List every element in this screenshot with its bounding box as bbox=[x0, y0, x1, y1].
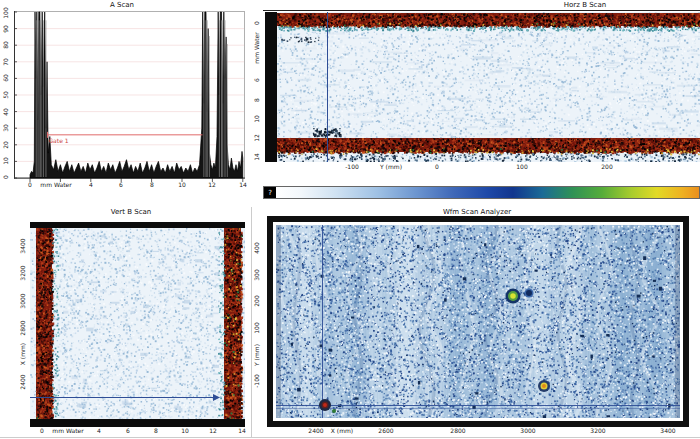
tick-label: mm Water bbox=[254, 32, 260, 63]
tick-label: 3000 bbox=[520, 428, 535, 434]
tick-label: 2800 bbox=[20, 320, 26, 335]
panel-divider bbox=[0, 437, 700, 438]
tick-label: 100 bbox=[254, 322, 260, 333]
tick-label: 8 bbox=[150, 182, 154, 188]
tick-label: 50 bbox=[3, 91, 9, 99]
tick-label: Y (mm) bbox=[380, 164, 402, 170]
wfm-scan-frame bbox=[267, 216, 689, 427]
tick-label: 6 bbox=[254, 78, 260, 82]
tick-label: 10 bbox=[181, 428, 189, 434]
colorbar-null-glyph: ? bbox=[268, 189, 272, 197]
tick-label: 400 bbox=[254, 242, 260, 253]
tick-label: 40 bbox=[3, 108, 9, 116]
tick-label: 0 bbox=[254, 21, 260, 25]
tick-label: 14 bbox=[238, 428, 246, 434]
tick-label: 3400 bbox=[660, 428, 675, 434]
tick-label: mm Water bbox=[40, 182, 71, 188]
tick-label: 6 bbox=[119, 182, 123, 188]
amplitude-colorbar: ? bbox=[263, 186, 700, 199]
tick-label: 14 bbox=[239, 182, 247, 188]
wfm-scan-title: Wfm Scan Analyzer bbox=[443, 208, 511, 216]
tick-label: 30 bbox=[3, 124, 9, 132]
tick-label: X (mm) bbox=[331, 428, 353, 434]
tick-label: 10 bbox=[254, 115, 260, 123]
tick-label: 20 bbox=[3, 141, 9, 149]
tick-label: 100 bbox=[3, 7, 9, 18]
tick-label: 200 bbox=[601, 164, 612, 170]
a-scan-title: A Scan bbox=[110, 1, 134, 9]
tick-label: 2600 bbox=[378, 428, 393, 434]
colorbar-gradient bbox=[276, 187, 699, 198]
tick-label: 90 bbox=[3, 25, 9, 33]
horz-b-scan-top-border bbox=[263, 10, 700, 11]
tick-label: 2400 bbox=[308, 428, 323, 434]
tick-label: 0 bbox=[435, 164, 439, 170]
tick-label: 4 bbox=[97, 428, 101, 434]
colorbar-null-swatch: ? bbox=[264, 187, 276, 198]
tick-label: 12 bbox=[208, 182, 216, 188]
tick-label: 10 bbox=[3, 157, 9, 165]
tick-label: 200 bbox=[254, 295, 260, 306]
horz-b-scan-title: Horz B Scan bbox=[564, 1, 606, 9]
a-scan-plot[interactable]: Gate 1 bbox=[14, 11, 246, 183]
tick-label: 2400 bbox=[20, 374, 26, 389]
tick-label: 2800 bbox=[450, 428, 465, 434]
wfm-scan-image[interactable] bbox=[276, 225, 680, 418]
tick-label: 0 bbox=[28, 182, 32, 188]
tick-label: -100 bbox=[345, 164, 359, 170]
tick-label: 100 bbox=[516, 164, 527, 170]
tick-label: 6 bbox=[126, 428, 130, 434]
vert-b-scan-title: Vert B Scan bbox=[111, 208, 151, 216]
tick-label: 14 bbox=[254, 153, 260, 161]
tick-label: 8 bbox=[254, 98, 260, 102]
tick-label: 60 bbox=[3, 74, 9, 82]
tick-label: 10 bbox=[178, 182, 186, 188]
tick-label: 12 bbox=[209, 428, 217, 434]
tick-label: 8 bbox=[154, 428, 158, 434]
tick-label: 70 bbox=[3, 58, 9, 66]
tick-label: 0 bbox=[3, 175, 9, 179]
tick-label: 3400 bbox=[20, 238, 26, 253]
scan-analysis-window: A Scan Gate 1 Horz B Scan ? Vert B Scan … bbox=[0, 0, 700, 439]
tick-label: X (mm) bbox=[20, 343, 26, 365]
tick-label: 4 bbox=[89, 182, 93, 188]
tick-label: -100 bbox=[254, 374, 260, 388]
tick-label: 0 bbox=[40, 428, 44, 434]
tick-label: 3000 bbox=[20, 293, 26, 308]
tick-label: 3200 bbox=[590, 428, 605, 434]
horz-b-scan-image[interactable] bbox=[265, 12, 700, 162]
tick-label: 300 bbox=[254, 269, 260, 280]
tick-label: mm Water bbox=[52, 428, 83, 434]
svg-text:Gate 1: Gate 1 bbox=[48, 137, 68, 144]
tick-label: 3200 bbox=[20, 265, 26, 280]
panel-divider bbox=[251, 207, 252, 438]
tick-label: 80 bbox=[3, 41, 9, 49]
tick-label: 12 bbox=[254, 134, 260, 142]
tick-label: Y (mm) bbox=[254, 344, 260, 366]
vert-b-scan-image[interactable] bbox=[30, 222, 245, 427]
